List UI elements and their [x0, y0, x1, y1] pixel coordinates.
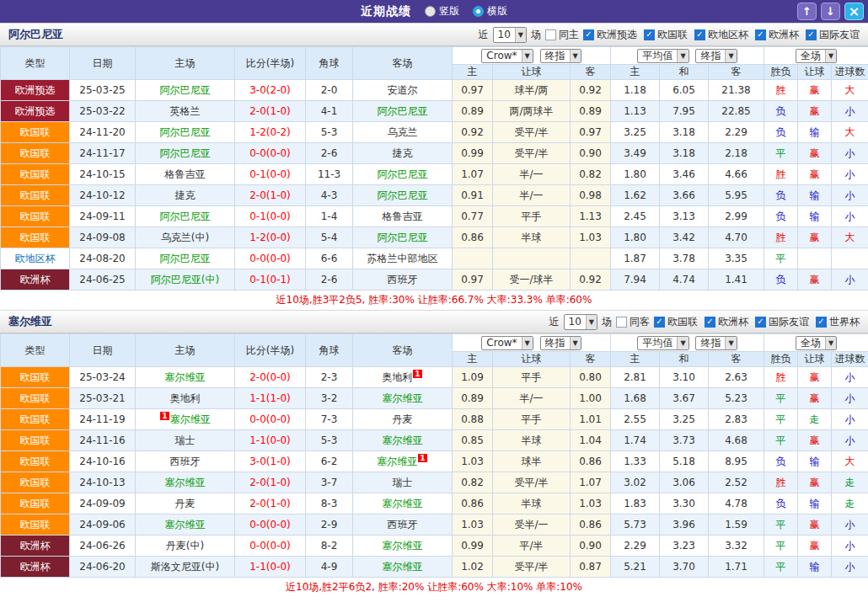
score: 0-0(0-0) [235, 514, 306, 536]
team-link[interactable]: 塞尔维亚 [170, 413, 211, 425]
average-final-select[interactable]: 终指▼ [695, 336, 737, 350]
team-link[interactable]: 塞尔维亚 [165, 519, 206, 530]
league-filter-checkbox-0[interactable]: ✓欧洲预选 [583, 28, 637, 42]
average-select[interactable]: 平均值▼ [637, 49, 689, 63]
layout-horizontal-radio[interactable]: 横版 [473, 4, 507, 19]
select-label: Crow* [486, 337, 517, 349]
bookmaker-select[interactable]: Crow*▼ [481, 49, 533, 63]
select-label: 平均值 [642, 336, 672, 350]
recent-count-select[interactable]: 10 ▼ [564, 314, 597, 330]
col-crow-away: 客 [571, 352, 611, 367]
home-team[interactable]: 阿尔巴尼亚(中) [136, 269, 235, 291]
team-link[interactable]: 塞尔维亚 [383, 561, 423, 573]
league-filter-checkbox-3[interactable]: ✓欧洲杯 [755, 28, 799, 42]
away-team[interactable]: 阿尔巴尼亚 [353, 101, 453, 122]
team-link[interactable]: 阿尔巴尼亚 [378, 105, 428, 117]
recent-matches-table: 类型 日期 主场 比分(半场) 角球 客场 Crow*▼ 终指▼ 平均值▼ 终指… [0, 333, 868, 578]
crow-home-odds: 0.85 [453, 430, 493, 451]
layout-vertical-radio[interactable]: 竖版 [425, 4, 459, 19]
bookmaker-final-select[interactable]: 终指▼ [540, 49, 581, 63]
home-team[interactable]: 塞尔维亚 [136, 367, 235, 388]
crow-home-odds: 0.89 [453, 388, 493, 409]
match-date: 24-09-06 [70, 514, 136, 536]
result-goals: 小 [832, 206, 868, 227]
average-final-select[interactable]: 终指▼ [695, 49, 737, 63]
checkbox-checked-icon: ✓ [705, 317, 715, 328]
team-link[interactable]: 塞尔维亚 [377, 456, 417, 467]
team-link[interactable]: 阿尔巴尼亚 [378, 168, 428, 180]
team-link[interactable]: 塞尔维亚 [383, 540, 423, 552]
same-venue-checkbox[interactable]: 同客 [616, 315, 650, 329]
league-filter-checkbox-4[interactable]: ✓国际友谊 [806, 28, 860, 42]
crow-home-odds: 0.89 [453, 101, 493, 122]
league-filter-checkbox-2[interactable]: ✓欧地区杯 [694, 28, 748, 42]
bookmaker-final-select[interactable]: 终指▼ [540, 336, 581, 350]
bookmaker-select[interactable]: Crow*▼ [481, 336, 533, 350]
team-link[interactable]: 阿尔巴尼亚 [160, 147, 211, 159]
home-team[interactable]: 阿尔巴尼亚 [136, 122, 235, 143]
league-filter-checkbox-2[interactable]: ✓国际友谊 [755, 315, 809, 329]
team-link[interactable]: 阿尔巴尼亚 [160, 126, 211, 138]
team-link[interactable]: 塞尔维亚 [383, 434, 423, 446]
crow-home-odds: 1.03 [453, 451, 493, 472]
team-link[interactable]: 阿尔巴尼亚 [378, 189, 428, 201]
away-team[interactable]: 塞尔维亚 [353, 430, 453, 451]
home-team[interactable]: 阿尔巴尼亚 [136, 248, 235, 269]
score: 2-0(1-0) [235, 472, 306, 493]
corner-count: 5-3 [306, 430, 353, 451]
away-team[interactable]: 塞尔维亚 [353, 388, 453, 409]
fulltime-select[interactable]: 全场▼ [796, 336, 837, 350]
team-link[interactable]: 阿尔巴尼亚 [378, 232, 428, 243]
team-link[interactable]: 阿尔巴尼亚 [160, 211, 211, 222]
close-button[interactable]: × [844, 3, 864, 20]
team-link: 斯洛文尼亚(中) [151, 561, 219, 573]
recent-count-select[interactable]: 10 ▼ [493, 27, 527, 43]
home-team[interactable]: 1塞尔维亚 [136, 409, 235, 430]
home-team[interactable]: 阿尔巴尼亚 [136, 143, 235, 164]
result-handicap: 赢 [798, 430, 832, 451]
result-goals: 走 [832, 493, 868, 514]
team-link[interactable]: 塞尔维亚 [383, 498, 423, 509]
fulltime-select[interactable]: 全场▼ [796, 49, 837, 63]
same-venue-label: 同客 [630, 315, 650, 329]
away-team[interactable]: 塞尔维亚 [353, 536, 453, 557]
league-filter-checkbox-3[interactable]: ✓世界杯 [816, 315, 860, 329]
league-filter-checkbox-0[interactable]: ✓欧国联 [654, 315, 698, 329]
crow-handicap: 受平/半 [493, 143, 571, 164]
team-link[interactable]: 阿尔巴尼亚(中) [151, 274, 219, 285]
match-row: 欧地区杯24-08-20阿尔巴尼亚0-0(0-0)6-6苏格兰中部地区1.873… [1, 248, 868, 269]
team-link[interactable]: 塞尔维亚 [165, 477, 206, 488]
average-select[interactable]: 平均值▼ [637, 336, 689, 350]
team-link[interactable]: 塞尔维亚 [383, 392, 423, 404]
home-team[interactable]: 塞尔维亚 [136, 514, 235, 536]
team-link[interactable]: 阿尔巴尼亚 [160, 84, 211, 96]
away-team[interactable]: 塞尔维亚1 [353, 451, 453, 472]
move-down-button[interactable]: ↓ [821, 3, 840, 20]
team-link[interactable]: 阿尔巴尼亚 [160, 253, 211, 264]
away-team: 丹麦 [353, 409, 453, 430]
league-filter-checkbox-1[interactable]: ✓欧国联 [644, 28, 688, 42]
result-goals: 小 [832, 514, 868, 536]
crow-handicap: 半/一 [493, 388, 571, 409]
away-team[interactable]: 阿尔巴尼亚 [353, 227, 453, 248]
match-date: 24-09-11 [70, 206, 136, 227]
avg-draw-odds: 3.73 [660, 430, 709, 451]
same-venue-checkbox[interactable]: 同主 [545, 28, 579, 42]
home-team: 瑞士 [136, 430, 235, 451]
move-up-button[interactable]: ↑ [797, 3, 817, 20]
corner-count: 6-6 [306, 248, 353, 269]
col-type: 类型 [1, 47, 70, 80]
team-link[interactable]: 塞尔维亚 [165, 371, 206, 383]
league-filter-checkbox-1[interactable]: ✓欧洲杯 [705, 315, 748, 329]
crow-home-odds: 0.88 [453, 409, 493, 430]
match-row: 欧国联24-10-15格鲁吉亚0-1(0-0)11-3阿尔巴尼亚1.07半/一0… [1, 164, 868, 185]
away-team[interactable]: 阿尔巴尼亚 [353, 164, 453, 185]
home-team[interactable]: 阿尔巴尼亚 [136, 206, 235, 227]
away-team[interactable]: 塞尔维亚 [353, 493, 453, 514]
away-team[interactable]: 阿尔巴尼亚 [353, 185, 453, 206]
home-team[interactable]: 塞尔维亚 [136, 472, 235, 493]
match-row: 欧国联24-10-16西班牙3-0(1-0)6-2塞尔维亚11.03球半0.86… [1, 451, 868, 472]
crow-handicap: 半/一 [493, 185, 571, 206]
away-team[interactable]: 塞尔维亚 [353, 557, 453, 578]
home-team[interactable]: 阿尔巴尼亚 [136, 80, 235, 101]
